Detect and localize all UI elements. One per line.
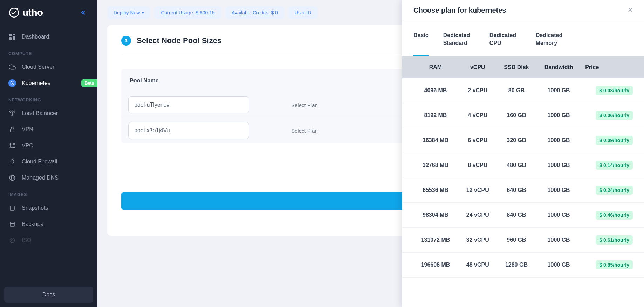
- svg-point-19: [12, 240, 13, 241]
- step-title: Select Node Pool Sizes: [137, 36, 221, 45]
- cell-ram: 98304 MB: [402, 202, 459, 227]
- sidebar-item-label: VPN: [22, 126, 33, 133]
- lock-icon: [8, 126, 16, 133]
- user-id-pill[interactable]: User ID: [288, 6, 317, 19]
- tab-dedicated-standard[interactable]: Dedicated Standard: [443, 21, 475, 56]
- svg-rect-2: [13, 34, 15, 35]
- cell-vcpu: 48 vCPU: [459, 252, 496, 277]
- svg-point-9: [12, 115, 13, 116]
- drawer-header: Choose plan for kubernetes: [402, 0, 644, 21]
- cell-ram: 196608 MB: [402, 252, 459, 277]
- cell-disk: 840 GB: [496, 202, 536, 227]
- globe-icon: [8, 174, 16, 182]
- pool-name-input[interactable]: [128, 122, 249, 139]
- sidebar-item-backups[interactable]: Backups: [0, 216, 97, 232]
- close-icon: [628, 7, 633, 12]
- chevron-left-icon: [81, 10, 87, 15]
- svg-point-13: [10, 147, 11, 148]
- cell-bandwidth: 1000 GB: [536, 153, 581, 178]
- sidebar-item-label: Cloud Server: [22, 64, 54, 70]
- tab-dedicated-cpu[interactable]: Dedicated CPU: [489, 21, 521, 56]
- nav-section-compute: COMPUTE: [0, 45, 97, 59]
- cell-disk: 480 GB: [496, 153, 536, 178]
- sidebar-item-iso[interactable]: ISO: [0, 232, 97, 248]
- col-price: Price: [581, 56, 644, 78]
- col-ssd: SSD Disk: [496, 56, 536, 78]
- cell-price: $ 0.24/hourly: [581, 178, 644, 202]
- svg-point-6: [10, 111, 11, 112]
- sidebar-collapse-button[interactable]: [79, 8, 89, 18]
- table-header-row: RAM vCPU SSD Disk Bandwidth Price: [402, 56, 644, 78]
- sidebar-item-label: VPC: [22, 142, 33, 149]
- sidebar-item-label: Dashboard: [22, 34, 49, 40]
- sidebar-item-cloud-firewall[interactable]: Cloud Firewall: [0, 154, 97, 170]
- kubernetes-icon: [8, 79, 16, 87]
- sidebar-item-label: ISO: [22, 237, 32, 243]
- price-badge: $ 0.61/hourly: [596, 235, 633, 245]
- sidebar-item-dashboard[interactable]: Dashboard: [0, 29, 97, 45]
- table-row[interactable]: 65536 MB 12 vCPU 640 GB 1000 GB $ 0.24/h…: [402, 178, 644, 202]
- tab-basic[interactable]: Basic: [413, 21, 429, 56]
- table-row[interactable]: 16384 MB 6 vCPU 320 GB 1000 GB $ 0.09/ho…: [402, 128, 644, 153]
- logo[interactable]: utho: [8, 7, 75, 18]
- plan-table: RAM vCPU SSD Disk Bandwidth Price 4096 M…: [402, 56, 644, 278]
- cell-ram: 16384 MB: [402, 128, 459, 153]
- nav-section-networking: NETWORKING: [0, 91, 97, 105]
- svg-point-14: [13, 147, 14, 148]
- cell-vcpu: 6 vCPU: [459, 128, 496, 153]
- cell-vcpu: 2 vCPU: [459, 78, 496, 103]
- cell-disk: 80 GB: [496, 78, 536, 103]
- cell-bandwidth: 1000 GB: [536, 78, 581, 103]
- svg-rect-10: [11, 129, 14, 132]
- docs-button[interactable]: Docs: [4, 287, 93, 303]
- price-badge: $ 0.46/hourly: [596, 211, 633, 220]
- svg-point-7: [12, 111, 13, 112]
- table-row[interactable]: 196608 MB 48 vCPU 1280 GB 1000 GB $ 0.85…: [402, 252, 644, 277]
- sidebar-item-kubernetes[interactable]: Kubernetes Beta: [0, 75, 97, 91]
- cell-price: $ 0.46/hourly: [581, 202, 644, 227]
- tab-dedicated-memory[interactable]: Dedicated Memory: [536, 21, 567, 56]
- table-row[interactable]: 4096 MB 2 vCPU 80 GB 1000 GB $ 0.03/hour…: [402, 78, 644, 103]
- svg-point-18: [10, 238, 15, 243]
- nav-section-images: IMAGES: [0, 186, 97, 200]
- select-plan-label[interactable]: Select Plan: [291, 128, 318, 134]
- step-number: 3: [121, 36, 131, 46]
- svg-rect-16: [10, 206, 14, 210]
- network-icon: [8, 142, 16, 149]
- sidebar-item-managed-dns[interactable]: Managed DNS: [0, 170, 97, 186]
- svg-rect-3: [13, 36, 15, 40]
- cell-price: $ 0.09/hourly: [581, 128, 644, 153]
- table-row[interactable]: 98304 MB 24 vCPU 840 GB 1000 GB $ 0.46/h…: [402, 202, 644, 227]
- cell-ram: 65536 MB: [402, 178, 459, 202]
- grid-icon: [8, 33, 16, 41]
- sidebar-item-label: Cloud Firewall: [22, 159, 57, 165]
- close-button[interactable]: [628, 7, 633, 14]
- deploy-new-button[interactable]: Deploy New ▾: [107, 6, 150, 19]
- svg-point-8: [14, 111, 15, 112]
- select-plan-label[interactable]: Select Plan: [291, 102, 318, 108]
- sidebar-item-cloud-server[interactable]: Cloud Server: [0, 59, 97, 75]
- sidebar-item-vpc[interactable]: VPC: [0, 138, 97, 154]
- svg-point-12: [13, 143, 14, 144]
- table-row[interactable]: 131072 MB 32 vCPU 960 GB 1000 GB $ 0.61/…: [402, 227, 644, 252]
- logo-text: utho: [22, 7, 43, 18]
- sidebar-item-snapshots[interactable]: Snapshots: [0, 200, 97, 216]
- table-row[interactable]: 8192 MB 4 vCPU 160 GB 1000 GB $ 0.06/hou…: [402, 103, 644, 128]
- available-credits-pill[interactable]: Available Credits: $ 0: [225, 6, 284, 19]
- col-vcpu: vCPU: [459, 56, 496, 78]
- snapshot-icon: [8, 204, 16, 212]
- load-balancer-icon: [8, 109, 16, 117]
- cell-price: $ 0.03/hourly: [581, 78, 644, 103]
- cell-bandwidth: 1000 GB: [536, 202, 581, 227]
- plan-drawer: Choose plan for kubernetes Basic Dedicat…: [402, 0, 644, 307]
- sidebar-item-load-balancer[interactable]: Load Balancer: [0, 105, 97, 121]
- cell-disk: 320 GB: [496, 128, 536, 153]
- pool-name-input[interactable]: [128, 96, 249, 113]
- current-usage-pill[interactable]: Current Usage: $ 600.15: [155, 6, 221, 19]
- cell-ram: 8192 MB: [402, 103, 459, 128]
- sidebar-item-vpn[interactable]: VPN: [0, 121, 97, 138]
- table-row[interactable]: 32768 MB 8 vCPU 480 GB 1000 GB $ 0.14/ho…: [402, 153, 644, 178]
- cell-disk: 960 GB: [496, 227, 536, 252]
- plan-table-wrap[interactable]: RAM vCPU SSD Disk Bandwidth Price 4096 M…: [402, 56, 644, 307]
- cell-price: $ 0.85/hourly: [581, 252, 644, 277]
